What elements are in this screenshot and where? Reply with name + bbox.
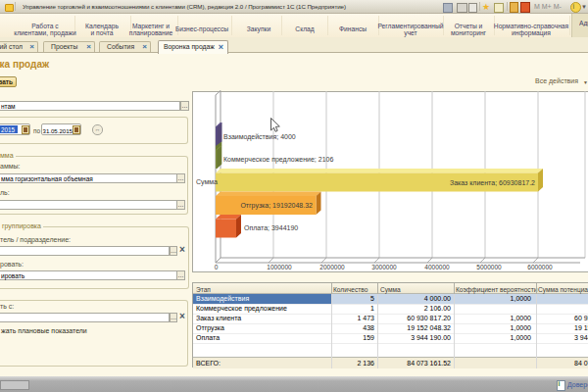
svg-text:2000000: 2000000 bbox=[319, 264, 345, 270]
svg-text:1000000: 1000000 bbox=[267, 264, 292, 270]
svg-text:6000000: 6000000 bbox=[527, 264, 553, 270]
svg-text:3000000: 3000000 bbox=[371, 264, 397, 270]
svg-text:0: 0 bbox=[215, 264, 219, 270]
svg-text:4000000: 4000000 bbox=[424, 264, 450, 270]
svg-text:Сумма: Сумма bbox=[196, 178, 218, 186]
svg-text:5000000: 5000000 bbox=[476, 264, 502, 270]
svg-text:Взаимодействия; 4000: Взаимодействия; 4000 bbox=[223, 133, 296, 141]
svg-text:Оплата; 3944190: Оплата; 3944190 bbox=[244, 224, 298, 231]
svg-text:Коммерческое предложение; 2106: Коммерческое предложение; 2106 bbox=[223, 156, 333, 164]
svg-text:Заказ клиента; 60930817.2: Заказ клиента; 60930817.2 bbox=[450, 179, 535, 186]
svg-text:Отгрузка; 19192048.32: Отгрузка; 19192048.32 bbox=[240, 202, 313, 210]
